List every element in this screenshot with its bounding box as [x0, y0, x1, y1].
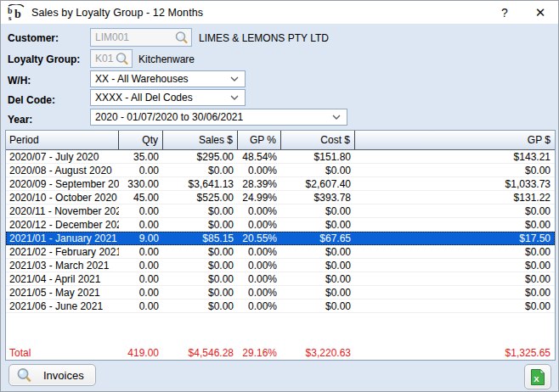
year-selected-value: 2020 - 01/07/2020 to 30/06/2021: [95, 111, 243, 123]
table-total-row: Total 419.00 $4,546.28 29.16% $3,220.63 …: [6, 346, 555, 360]
table-row[interactable]: 2020/07 - July 202035.00$295.0048.54%$15…: [6, 150, 555, 164]
customer-search-icon[interactable]: [174, 31, 189, 45]
table-cell-gp_pct: 48.54%: [238, 150, 281, 163]
chevron-down-icon: [230, 76, 239, 81]
table-cell-period: 2021/03 - March 2021: [6, 259, 119, 272]
table-cell-period: 2021/05 - May 2021: [6, 286, 119, 299]
export-excel-button[interactable]: X: [524, 364, 551, 389]
table-cell-sales: $295.00: [163, 150, 238, 163]
table-cell-qty: 0.00: [119, 164, 163, 176]
loyalty-group-search-icon[interactable]: [115, 52, 129, 66]
table-cell-gp: $0.00: [355, 164, 555, 176]
table-cell-qty: 0.00: [119, 245, 163, 258]
table-row[interactable]: 2020/10 - October 202045.00$525.0024.99%…: [6, 191, 555, 204]
table-cell-sales: $0.00: [163, 204, 238, 217]
table-cell-gp_pct: 0.00%: [238, 300, 281, 312]
table-row[interactable]: 2021/06 - June 20210.00$0.000.00%$0.00$0…: [6, 300, 555, 313]
table-row[interactable]: 2020/12 - December 20200.00$0.000.00%$0.…: [6, 218, 555, 232]
table-cell-gp: $131.22: [355, 191, 555, 204]
invoices-button-label: Invoices: [43, 369, 84, 382]
table-cell-period: 2021/02 - February 2021: [6, 245, 119, 258]
table-cell-cost: $0.00: [281, 245, 355, 258]
table-cell-sales: $0.00: [163, 218, 238, 231]
table-cell-cost: $0.00: [281, 204, 355, 217]
table-cell-qty: 35.00: [119, 150, 163, 163]
column-header-period[interactable]: Period: [6, 131, 119, 149]
table-cell-gp: $0.00: [355, 245, 555, 258]
warehouse-select[interactable]: XX - All Warehouses: [90, 70, 246, 87]
column-header-qty[interactable]: Qty: [119, 131, 163, 149]
table-cell-sales: $0.00: [163, 286, 238, 299]
table-cell-gp_pct: 20.55%: [238, 232, 281, 244]
table-cell-period: 2021/01 - January 2021: [6, 232, 119, 244]
table-cell-period: 2020/12 - December 2020: [6, 218, 119, 231]
table-cell-qty: 0.00: [119, 286, 163, 299]
table-cell-sales: $525.00: [163, 191, 238, 204]
column-header-gp[interactable]: GP $: [355, 131, 555, 149]
table-cell-qty: 0.00: [119, 218, 163, 231]
total-qty: 419.00: [119, 346, 163, 360]
table-cell-gp: $0.00: [355, 272, 555, 285]
table-cell-qty: 330.00: [119, 177, 163, 190]
table-cell-sales: $85.15: [163, 232, 238, 244]
loyalty-group-name-text: Kitchenware: [138, 53, 195, 65]
table-cell-cost: $151.80: [281, 150, 355, 163]
table-row-selected[interactable]: 2021/01 - January 20219.00$85.1520.55%$6…: [6, 232, 555, 245]
loyalty-group-code-value: K01: [95, 53, 113, 64]
table-cell-gp_pct: 24.99%: [238, 191, 281, 204]
table-cell-gp: $143.21: [355, 150, 555, 163]
table-row[interactable]: 2020/11 - November 20200.00$0.000.00%$0.…: [6, 204, 555, 218]
table-cell-qty: 0.00: [119, 259, 163, 272]
window-title: Sales by Loyalty Group - 12 Months: [31, 7, 203, 19]
table-cell-cost: $67.65: [281, 232, 355, 244]
table-cell-qty: 9.00: [119, 232, 163, 244]
customer-label: Customer:: [8, 32, 59, 44]
table-cell-cost: $393.78: [281, 191, 355, 204]
table-row[interactable]: 2021/04 - April 20210.00$0.000.00%$0.00$…: [6, 272, 555, 286]
table-cell-gp_pct: 0.00%: [238, 272, 281, 285]
total-label: Total: [6, 346, 119, 360]
table-cell-qty: 0.00: [119, 300, 163, 312]
table-cell-period: 2021/06 - June 2021: [6, 300, 119, 312]
table-row[interactable]: 2020/08 - August 20200.00$0.000.00%$0.00…: [6, 164, 555, 177]
close-button[interactable]: ✕: [524, 1, 556, 24]
year-select[interactable]: 2020 - 01/07/2020 to 30/06/2021: [90, 109, 347, 126]
table-header-row: Period Qty Sales $ GP % Cost $ GP $: [6, 131, 555, 150]
chevron-down-icon: [332, 115, 341, 120]
table-cell-gp: $0.00: [355, 259, 555, 272]
table-cell-cost: $0.00: [281, 259, 355, 272]
sales-table: Period Qty Sales $ GP % Cost $ GP $ 2020…: [5, 130, 556, 361]
table-row[interactable]: 2021/03 - March 20210.00$0.000.00%$0.00$…: [6, 259, 555, 272]
table-cell-period: 2020/08 - August 2020: [6, 164, 119, 176]
table-cell-cost: $2,607.40: [281, 177, 355, 190]
customer-code-field[interactable]: LIM001: [90, 28, 192, 47]
loyalty-group-code-field[interactable]: K01: [90, 49, 133, 68]
warehouse-selected-value: XX - All Warehouses: [95, 73, 189, 85]
svg-text:X: X: [534, 373, 539, 383]
app-logo-icon: b s b: [7, 4, 25, 21]
table-cell-gp: $0.00: [355, 218, 555, 231]
column-header-cost[interactable]: Cost $: [281, 131, 355, 149]
customer-code-value: LIM001: [95, 31, 129, 43]
table-cell-sales: $0.00: [163, 245, 238, 258]
table-cell-cost: $0.00: [281, 164, 355, 176]
excel-export-icon: X: [530, 368, 545, 386]
table-cell-sales: $3,641.13: [163, 177, 238, 190]
del-code-select[interactable]: XXXX - All Del Codes: [90, 89, 246, 106]
column-header-gp-pct[interactable]: GP %: [238, 131, 281, 149]
table-row[interactable]: 2020/09 - September 2020330.00$3,641.132…: [6, 177, 555, 191]
help-button[interactable]: ?: [488, 1, 521, 24]
table-cell-sales: $0.00: [163, 272, 238, 285]
table-row[interactable]: 2021/05 - May 20210.00$0.000.00%$0.00$0.…: [6, 286, 555, 300]
table-body: 2020/07 - July 202035.00$295.0048.54%$15…: [6, 150, 555, 346]
search-icon: [16, 367, 32, 384]
table-cell-gp: $0.00: [355, 204, 555, 217]
table-cell-sales: $0.00: [163, 164, 238, 176]
column-header-sales[interactable]: Sales $: [163, 131, 238, 149]
invoices-button[interactable]: Invoices: [8, 364, 96, 386]
total-sales: $4,546.28: [163, 346, 238, 360]
loyalty-group-label: Loyalty Group:: [8, 53, 80, 65]
warehouse-label: W/H:: [8, 75, 31, 87]
table-cell-gp: $1,033.73: [355, 177, 555, 190]
table-row[interactable]: 2021/02 - February 20210.00$0.000.00%$0.…: [6, 245, 555, 259]
